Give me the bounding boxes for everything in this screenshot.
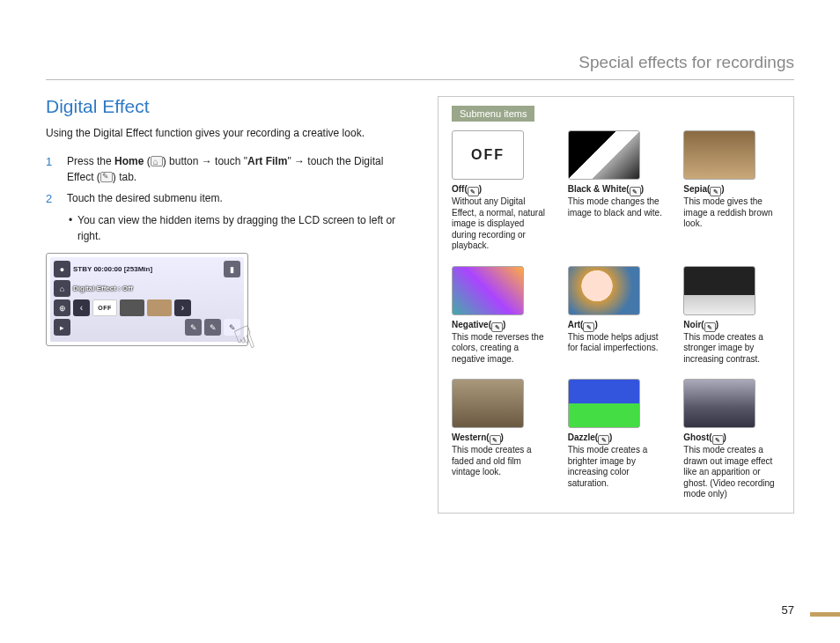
effect-label: Western(✎)This mode creates a faded and … [452, 432, 549, 478]
rule [46, 79, 794, 80]
tab-icon[interactable]: ✎ [185, 319, 202, 336]
submenu-tab: Submenu items [452, 106, 534, 122]
submenu-item: Sepia(✎)This mode gives the image a redd… [683, 130, 780, 252]
status-text: STBY 00:00:00 [253Min] [73, 265, 221, 273]
home-icon [151, 156, 163, 166]
step-number: 2 [46, 190, 58, 208]
battery-icon: ▮ [224, 261, 240, 277]
effect-swatch [452, 379, 524, 428]
effect-label: Noir(✎)This mode creates a stronger imag… [683, 320, 780, 366]
step-number: 1 [46, 153, 58, 185]
effect-swatch [683, 130, 755, 180]
rec-icon: ● [54, 261, 70, 277]
chapter-title: Special effects for recordings [46, 53, 794, 72]
lcd-preview: ● STBY 00:00:00 [253Min] ▮ ⌂ Digital Eff… [46, 253, 248, 346]
submenu-item: Ghost(✎)This mode creates a drawn out im… [683, 379, 780, 500]
effect-thumb[interactable] [120, 299, 144, 316]
effect-swatch [683, 379, 755, 428]
effect-label: Negative(✎)This mode reverses the colors… [452, 320, 549, 366]
effect-label: Art(✎)This mode helps adjust for facial … [568, 320, 665, 354]
page-number: 57 [782, 603, 794, 617]
bullet-list: You can view the hidden items by draggin… [69, 212, 411, 244]
effect-label: Dazzle(✎)This mode creates a brighter im… [568, 432, 665, 489]
step-1: 1 Press the Home () button → touch "Art … [46, 153, 411, 185]
intro-text: Using the Digital Effect function gives … [46, 126, 411, 141]
effect-label: Digital Effect : Off [73, 285, 133, 292]
page-accent-bar [810, 612, 840, 617]
submenu-item: Dazzle(✎)This mode creates a brighter im… [568, 379, 665, 500]
prev-button[interactable]: ‹ [73, 299, 90, 316]
effect-icon [100, 172, 113, 182]
next-button[interactable]: › [174, 299, 191, 316]
submenu-item: Western(✎)This mode creates a faded and … [452, 379, 549, 500]
submenu-item: Art(✎)This mode helps adjust for facial … [568, 266, 665, 366]
tab-icon[interactable]: ✎ [204, 319, 221, 336]
step-text: Touch the desired submenu item. [67, 190, 411, 208]
home-lcd-icon: ⌂ [54, 280, 70, 297]
effect-swatch [568, 379, 640, 428]
submenu-item: Noir(✎)This mode creates a stronger imag… [683, 266, 780, 366]
effect-label: Sepia(✎)This mode gives the image a redd… [683, 184, 780, 230]
effect-swatch [452, 266, 524, 315]
effect-swatch [568, 266, 640, 315]
section-title: Digital Effect [46, 96, 411, 117]
step-text: Press the Home () button → touch "Art Fi… [67, 153, 411, 185]
bullet-item: You can view the hidden items by draggin… [69, 212, 411, 244]
step-2: 2 Touch the desired submenu item. [46, 190, 411, 208]
submenu-item: Negative(✎)This mode reverses the colors… [452, 266, 549, 366]
play-icon: ▸ [54, 319, 70, 336]
submenu-box: Submenu items OFFOff(✎)Without any Digit… [438, 96, 794, 514]
effect-label: Off(✎)Without any Digital Effect, a norm… [452, 184, 549, 252]
submenu-item: OFFOff(✎)Without any Digital Effect, a n… [452, 130, 549, 252]
effect-thumb[interactable] [147, 299, 172, 316]
effect-label: Ghost(✎)This mode creates a drawn out im… [683, 432, 780, 500]
off-chip[interactable]: OFF [92, 299, 117, 316]
effect-label: Black & White(✎)This mode changes the im… [568, 184, 665, 218]
submenu-item: Black & White(✎)This mode changes the im… [568, 130, 665, 252]
zoom-icon: ⊕ [54, 299, 70, 316]
effect-swatch: OFF [452, 130, 524, 180]
hand-cursor-icon: ☟ [229, 319, 260, 360]
effect-swatch [568, 130, 640, 180]
effect-swatch [683, 266, 755, 315]
